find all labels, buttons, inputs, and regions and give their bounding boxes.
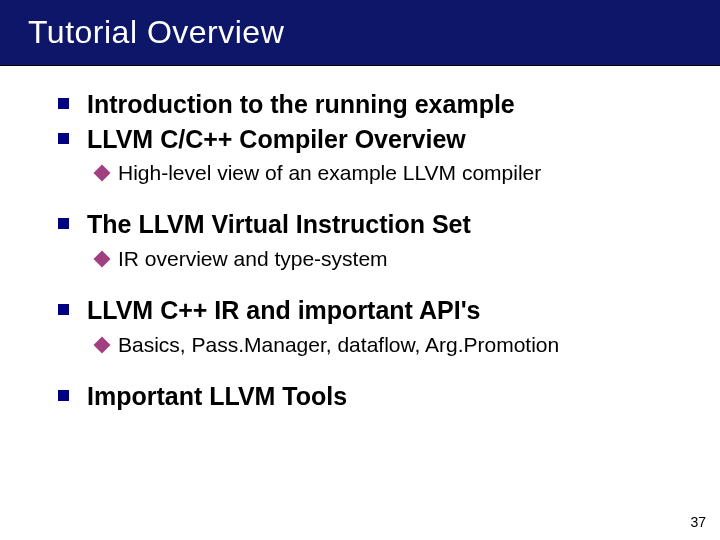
spacer xyxy=(58,192,680,206)
bullet-text: LLVM C/C++ Compiler Overview xyxy=(87,123,466,156)
bullet-item-virtual-instruction-set: The LLVM Virtual Instruction Set xyxy=(58,208,680,241)
square-bullet-icon xyxy=(58,133,69,144)
slide: Tutorial Overview Introduction to the ru… xyxy=(0,0,720,540)
sub-bullet-high-level-view: High-level view of an example LLVM compi… xyxy=(96,159,680,186)
square-bullet-icon xyxy=(58,98,69,109)
diamond-bullet-icon xyxy=(94,336,111,353)
bullet-item-cpp-ir-apis: LLVM C++ IR and important API's xyxy=(58,294,680,327)
title-bar: Tutorial Overview xyxy=(0,0,720,66)
diamond-bullet-icon xyxy=(94,250,111,267)
bullet-item-important-tools: Important LLVM Tools xyxy=(58,380,680,413)
spacer xyxy=(58,278,680,292)
square-bullet-icon xyxy=(58,304,69,315)
bullet-text: Important LLVM Tools xyxy=(87,380,347,413)
sub-bullet-text: Basics, Pass.Manager, dataflow, Arg.Prom… xyxy=(118,331,559,358)
bullet-text: The LLVM Virtual Instruction Set xyxy=(87,208,471,241)
bullet-item-compiler-overview: LLVM C/C++ Compiler Overview xyxy=(58,123,680,156)
sub-bullet-text: IR overview and type-system xyxy=(118,245,388,272)
square-bullet-icon xyxy=(58,218,69,229)
slide-title: Tutorial Overview xyxy=(28,14,720,51)
page-number: 37 xyxy=(690,514,706,530)
sub-bullet-basics: Basics, Pass.Manager, dataflow, Arg.Prom… xyxy=(96,331,680,358)
square-bullet-icon xyxy=(58,390,69,401)
slide-content: Introduction to the running example LLVM… xyxy=(58,88,680,412)
diamond-bullet-icon xyxy=(94,165,111,182)
bullet-item-intro: Introduction to the running example xyxy=(58,88,680,121)
sub-bullet-text: High-level view of an example LLVM compi… xyxy=(118,159,541,186)
bullet-text: Introduction to the running example xyxy=(87,88,515,121)
sub-bullet-ir-overview: IR overview and type-system xyxy=(96,245,680,272)
spacer xyxy=(58,364,680,378)
bullet-text: LLVM C++ IR and important API's xyxy=(87,294,480,327)
